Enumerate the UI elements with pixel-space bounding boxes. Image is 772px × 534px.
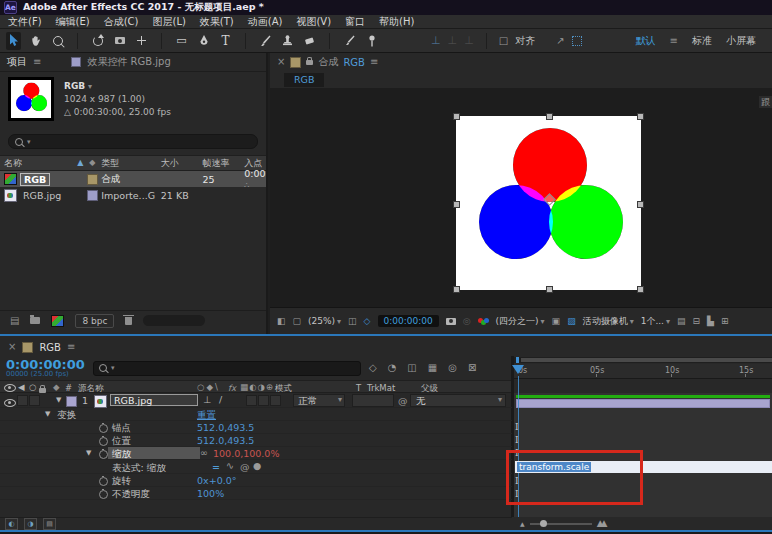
menu-effect[interactable]: 效果(T) bbox=[200, 15, 234, 29]
t-column[interactable]: T bbox=[356, 383, 361, 393]
delete-icon[interactable] bbox=[125, 317, 132, 325]
opacity-row[interactable]: 不透明度 100% bbox=[0, 487, 512, 500]
timeline-search-input[interactable]: ▾ bbox=[93, 361, 361, 376]
position-row[interactable]: 位置 512.0,493.5 bbox=[0, 434, 512, 447]
rotation-row[interactable]: 旋转 0x+0.0° bbox=[0, 474, 512, 487]
transform-group-row[interactable]: ▼ 变换 重置 bbox=[0, 408, 512, 421]
audio-column-icon[interactable]: ◀ bbox=[18, 383, 25, 392]
workspace-standard[interactable]: 标准 bbox=[692, 34, 712, 48]
panel-menu-icon[interactable]: ≡ bbox=[33, 57, 41, 67]
fx-column-icon[interactable]: fx bbox=[228, 383, 236, 393]
preview-item-name[interactable]: RGB bbox=[64, 81, 85, 91]
expand-in-out-icon[interactable]: ▤ bbox=[43, 518, 56, 530]
label-column-icon[interactable]: ◆ bbox=[89, 159, 95, 167]
selection-handle[interactable] bbox=[637, 113, 644, 120]
anchor-point-row[interactable]: 锚点 512.0,493.5 bbox=[0, 421, 512, 434]
interpret-footage-icon[interactable]: ▤ bbox=[10, 316, 19, 326]
menu-file[interactable]: 文件(F) bbox=[8, 15, 42, 29]
zoom-slider-knob[interactable] bbox=[540, 520, 547, 527]
selection-handle[interactable] bbox=[453, 113, 460, 120]
column-type[interactable]: 类型 bbox=[101, 157, 161, 170]
trkmat-column[interactable]: TrkMat bbox=[367, 383, 395, 393]
layer-row[interactable]: ▼ 1 RGB.jpg ⊥ / 正常▾ @ 无▾ bbox=[0, 393, 512, 408]
menu-edit[interactable]: 编辑(E) bbox=[56, 15, 90, 29]
region-of-interest-icon[interactable] bbox=[572, 36, 582, 46]
selection-handle[interactable] bbox=[453, 286, 460, 293]
video-column-icon[interactable] bbox=[4, 384, 16, 392]
solo-column-icon[interactable]: ○ bbox=[29, 383, 36, 392]
close-icon[interactable]: × bbox=[8, 342, 16, 352]
anchor-point-value[interactable]: 512.0,493.5 bbox=[197, 422, 254, 433]
frame-blend-switch-cell[interactable] bbox=[258, 395, 269, 406]
expression-pickwhip-icon[interactable]: @ bbox=[240, 461, 250, 472]
label-swatch[interactable] bbox=[87, 190, 98, 201]
layer-label-swatch[interactable] bbox=[66, 396, 77, 407]
stopwatch-icon[interactable] bbox=[99, 437, 108, 446]
expression-graph-icon[interactable]: ∿ bbox=[226, 461, 234, 471]
lock-icon[interactable] bbox=[306, 60, 313, 65]
enable-expression-icon[interactable]: = bbox=[212, 461, 220, 472]
viewer-tab-rgb[interactable]: RGB bbox=[284, 73, 324, 87]
solo-toggle-cell[interactable] bbox=[29, 395, 40, 406]
constrain-proportions-icon[interactable]: ∞ bbox=[200, 447, 208, 458]
bit-depth-button[interactable]: 8 bpc bbox=[75, 314, 114, 328]
switches-column-icons2[interactable]: ▦◐◑⊕ bbox=[240, 383, 274, 392]
zoom-tool[interactable] bbox=[50, 32, 65, 50]
roto-brush-tool[interactable] bbox=[342, 32, 357, 50]
rotation-value[interactable]: 0x+0.0° bbox=[197, 475, 236, 486]
show-channel-icon[interactable] bbox=[478, 317, 489, 326]
frame-blending-icon[interactable]: ◫ bbox=[407, 363, 416, 373]
layer-visibility-toggle[interactable] bbox=[4, 399, 16, 407]
shy-layers-icon[interactable]: ◔ bbox=[388, 363, 397, 373]
axis-mode-world-icon[interactable]: ⊥ bbox=[448, 35, 458, 46]
safe-margins-icon[interactable]: ◫ bbox=[348, 317, 357, 326]
audio-toggle-cell[interactable] bbox=[17, 395, 28, 406]
selection-handle[interactable] bbox=[546, 286, 553, 293]
selection-handle[interactable] bbox=[637, 286, 644, 293]
hand-tool[interactable] bbox=[28, 32, 43, 50]
project-row-rgb-jpg[interactable]: RGB.jpg Importe...G 21 KB bbox=[0, 187, 266, 203]
index-column-label[interactable]: # bbox=[65, 383, 72, 393]
brainstorm-icon[interactable]: ◎ bbox=[448, 363, 457, 373]
workspace-default[interactable]: 默认 bbox=[636, 34, 656, 48]
camera-tool[interactable] bbox=[112, 32, 127, 50]
stamp-tool[interactable] bbox=[280, 32, 295, 50]
axis-mode-view-icon[interactable]: ⊥ bbox=[464, 35, 474, 46]
playhead[interactable] bbox=[512, 365, 524, 374]
work-area-start-handle[interactable] bbox=[516, 357, 519, 363]
puppet-pin-tool[interactable] bbox=[364, 32, 379, 50]
trkmat-dropdown[interactable] bbox=[352, 394, 394, 407]
work-area-bar[interactable] bbox=[514, 357, 772, 363]
zoom-in-mountains-icon[interactable]: ▲▲ bbox=[597, 519, 605, 528]
scale-expand-arrow[interactable]: ▼ bbox=[86, 450, 91, 457]
stopwatch-icon[interactable] bbox=[99, 424, 108, 433]
zoom-arrow-icon[interactable]: ↗ bbox=[556, 36, 564, 46]
composition-mini-flowchart-icon[interactable]: ◇ bbox=[369, 363, 377, 373]
active-camera-dropdown[interactable]: 活动摄像机▾ bbox=[583, 315, 634, 328]
expression-language-menu-icon[interactable]: ● bbox=[253, 461, 261, 471]
axis-mode-local-icon[interactable]: ⊥ bbox=[431, 35, 441, 46]
region-of-interest-icon[interactable]: ▣ bbox=[552, 317, 561, 326]
tracker-panel-edge-tab[interactable]: 跟 bbox=[759, 96, 772, 108]
effect-switch-cell[interactable] bbox=[246, 395, 257, 406]
motion-blur-switch-cell[interactable] bbox=[270, 395, 281, 406]
workspace-menu-icon[interactable]: ≡ bbox=[670, 36, 678, 46]
stopwatch-icon[interactable] bbox=[99, 450, 108, 459]
tab-project[interactable]: 项目 bbox=[7, 55, 27, 69]
snap-checkbox[interactable]: □ bbox=[499, 36, 508, 46]
new-folder-icon[interactable] bbox=[30, 317, 40, 324]
menu-help[interactable]: 帮助(H) bbox=[379, 15, 414, 29]
selection-tool[interactable] bbox=[6, 32, 21, 50]
selection-handle[interactable] bbox=[453, 201, 460, 208]
scale-row[interactable]: ▼ 缩放 ∞ 100.0,100.0% bbox=[0, 447, 512, 460]
expression-row[interactable]: 表达式: 缩放 = ∿ @ ● bbox=[0, 460, 512, 474]
snapshot-icon[interactable] bbox=[446, 318, 456, 325]
timeline-tab-rgb[interactable]: RGB bbox=[39, 342, 61, 353]
transparency-grid-icon[interactable]: ▨ bbox=[567, 317, 576, 326]
time-ruler[interactable]: 0s 05s 10s 15s bbox=[514, 364, 772, 379]
parent-dropdown[interactable]: 无▾ bbox=[410, 394, 506, 407]
pen-tool[interactable] bbox=[196, 32, 211, 50]
mask-visibility-icon[interactable]: ◇ bbox=[364, 317, 371, 326]
stopwatch-icon[interactable] bbox=[99, 490, 108, 499]
tab-effect-controls[interactable]: 效果控件 RGB.jpg bbox=[87, 55, 170, 69]
